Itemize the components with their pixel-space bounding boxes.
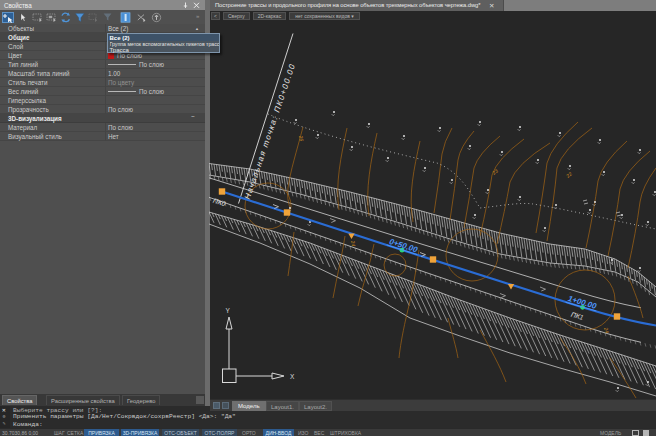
svg-text:25: 25 [298, 134, 305, 142]
svg-text:23: 23 [490, 167, 499, 176]
svg-text:Y: Y [226, 307, 231, 314]
svg-text:X: X [290, 373, 295, 380]
svg-text:ПК0: ПК0 [212, 197, 226, 208]
svg-text:24: 24 [350, 239, 357, 247]
svg-text:ПК1: ПК1 [570, 311, 584, 321]
svg-text:22: 22 [564, 170, 573, 179]
